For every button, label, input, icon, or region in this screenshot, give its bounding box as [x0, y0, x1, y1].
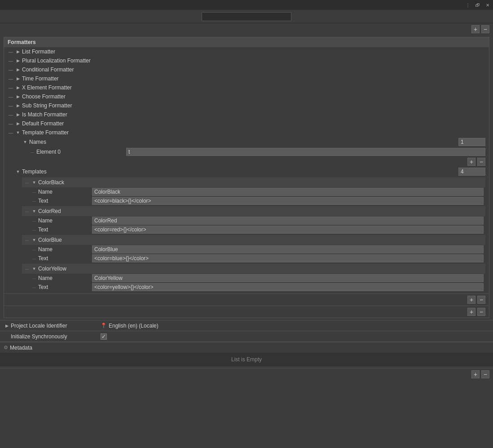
names-label: Names: [29, 139, 46, 145]
cbl-name-dash: —: [31, 246, 37, 253]
cb-name-dash: —: [31, 189, 37, 195]
more-button[interactable]: ⋮: [464, 1, 471, 9]
color-yellow-arrow: ▼: [31, 266, 37, 272]
top-add-button[interactable]: +: [471, 25, 480, 33]
templates-add-button[interactable]: +: [467, 296, 475, 304]
dash-icon: —: [8, 49, 14, 55]
empty-list-text: List is Empty: [0, 353, 493, 366]
templates-count-input[interactable]: 4: [458, 168, 485, 176]
list-item[interactable]: — ▶ Time Formatter: [4, 74, 489, 83]
color-blue-arrow: ▼: [31, 237, 37, 243]
panel-remove-button[interactable]: −: [477, 308, 485, 316]
search-wrapper: 🔍: [202, 12, 291, 21]
names-count-input[interactable]: 1: [458, 138, 485, 146]
color-black-label: ColorBlack: [38, 179, 64, 186]
color-red-label: ColorRed: [38, 208, 61, 214]
color-red-text-value[interactable]: <color=red>{}</color>: [92, 226, 484, 234]
init-sync-checkbox[interactable]: ✓: [101, 333, 107, 340]
cr-name-label: Name: [38, 217, 92, 224]
templates-header-row: ▼ Templates 4: [4, 167, 489, 177]
color-black-name-value[interactable]: ColorBlack: [92, 188, 484, 196]
color-black-name-row: — Name ColorBlack: [22, 187, 485, 196]
color-blue-section: — ▼ ColorBlue — Name ColorBlue — Text <c…: [22, 235, 485, 263]
color-blue-text-value[interactable]: <color=blue>{}</color>: [92, 254, 484, 262]
item-label: Plural Localization Formatter: [22, 58, 91, 64]
item-label: Time Formatter: [22, 75, 59, 82]
color-black-header[interactable]: — ▼ ColorBlack: [22, 177, 485, 187]
color-black-text-value[interactable]: <color=black>{}</color>: [92, 197, 484, 205]
templates-arrow-down[interactable]: ▼: [15, 169, 21, 175]
bottom-remove-button[interactable]: −: [481, 370, 489, 378]
dash-icon: —: [8, 129, 14, 136]
init-sync-row: Initialize Synchronously ✓: [0, 331, 493, 342]
list-item[interactable]: — ▶ Plural Localization Formatter: [4, 56, 489, 65]
color-blue-header[interactable]: — ▼ ColorBlue: [22, 235, 485, 245]
names-add-button[interactable]: +: [467, 158, 475, 166]
checkmark-icon: ✓: [101, 333, 106, 340]
color-red-text-row: — Text <color=red>{}</color>: [22, 225, 485, 234]
list-item[interactable]: — ▶ List Formatter: [4, 47, 489, 56]
color-yellow-header[interactable]: — ▼ ColorYellow: [22, 264, 485, 274]
top-controls: + −: [0, 23, 493, 35]
names-remove-button[interactable]: −: [477, 158, 485, 166]
cb-name-label: Name: [38, 189, 92, 195]
element-0-row: — Element 0 t: [4, 147, 489, 157]
bottom-controls: + −: [0, 368, 493, 380]
dash-icon: —: [8, 102, 14, 109]
metadata-icon: ⚙: [4, 345, 8, 350]
metadata-label: Metadata: [10, 345, 32, 351]
arrow-right-icon: ▶: [15, 120, 21, 127]
color-red-name-value[interactable]: ColorRed: [92, 217, 484, 225]
restore-button[interactable]: 🗗: [474, 1, 481, 9]
color-red-section: — ▼ ColorRed — Name ColorRed — Text <col…: [22, 206, 485, 234]
item-label: Default Formatter: [22, 120, 64, 127]
item-label: X Element Formatter: [22, 84, 72, 91]
color-blue-name-value[interactable]: ColorBlue: [92, 245, 484, 253]
init-sync-label: Initialize Synchronously: [11, 333, 101, 340]
list-item[interactable]: — ▶ Is Match Formatter: [4, 110, 489, 119]
cy-name-dash: —: [31, 275, 37, 281]
cbl-text-label: Text: [38, 255, 92, 262]
locale-icon: 📍: [101, 323, 107, 328]
names-row: ▼ Names 1: [4, 137, 489, 147]
close-button[interactable]: ✕: [484, 1, 491, 9]
dash-icon: —: [8, 84, 14, 91]
arrow-right-icon: ▶: [15, 75, 21, 82]
locale-value-text: English (en) (Locale): [109, 323, 158, 329]
list-item[interactable]: — ▶ X Element Formatter: [4, 83, 489, 92]
color-yellow-name-row: — Name ColorYellow: [22, 274, 485, 283]
color-red-arrow: ▼: [31, 208, 37, 214]
color-red-header[interactable]: — ▼ ColorRed: [22, 206, 485, 216]
bottom-add-button[interactable]: +: [471, 370, 480, 378]
color-yellow-name-value[interactable]: ColorYellow: [92, 274, 484, 282]
panel-bottom-add-remove: + −: [4, 306, 489, 318]
search-input[interactable]: [202, 12, 291, 21]
names-add-remove: + −: [4, 157, 489, 167]
metadata-section: ⚙ Metadata List is Empty: [0, 342, 493, 366]
element-0-label: Element 0: [36, 149, 126, 155]
templates-add-remove: + −: [4, 293, 489, 306]
arrow-right-icon: ▶: [15, 49, 21, 55]
arrow-right-icon: ▶: [15, 111, 21, 118]
item-label: Sub String Formatter: [22, 102, 72, 109]
element-0-value[interactable]: t: [126, 148, 485, 156]
arrow-right-icon: ▶: [15, 58, 21, 64]
top-remove-button[interactable]: −: [481, 25, 489, 33]
templates-remove-button[interactable]: −: [477, 296, 485, 304]
color-red-name-row: — Name ColorRed: [22, 216, 485, 225]
color-yellow-dash: —: [24, 266, 30, 272]
list-item[interactable]: — ▶ Choose Formatter: [4, 92, 489, 101]
cr-text-dash: —: [31, 226, 37, 233]
main-panel: Formatters — ▶ List Formatter — ▶ Plural…: [4, 37, 489, 318]
dash-icon: —: [8, 120, 14, 127]
dash-icon: —: [8, 93, 14, 100]
panel-add-button[interactable]: +: [467, 308, 475, 316]
project-locale-value: 📍 English (en) (Locale): [101, 323, 158, 329]
locale-expand-arrow[interactable]: ▶: [4, 323, 10, 329]
color-yellow-text-value[interactable]: <color=yellow>{}</color>: [92, 283, 484, 291]
template-formatter-item[interactable]: — ▼ Template Formatter: [4, 128, 489, 137]
list-item[interactable]: — ▶ Conditional Formatter: [4, 65, 489, 74]
list-item[interactable]: — ▶ Default Formatter: [4, 119, 489, 128]
names-arrow-down[interactable]: ▼: [22, 139, 28, 145]
list-item[interactable]: — ▶ Sub String Formatter: [4, 101, 489, 110]
